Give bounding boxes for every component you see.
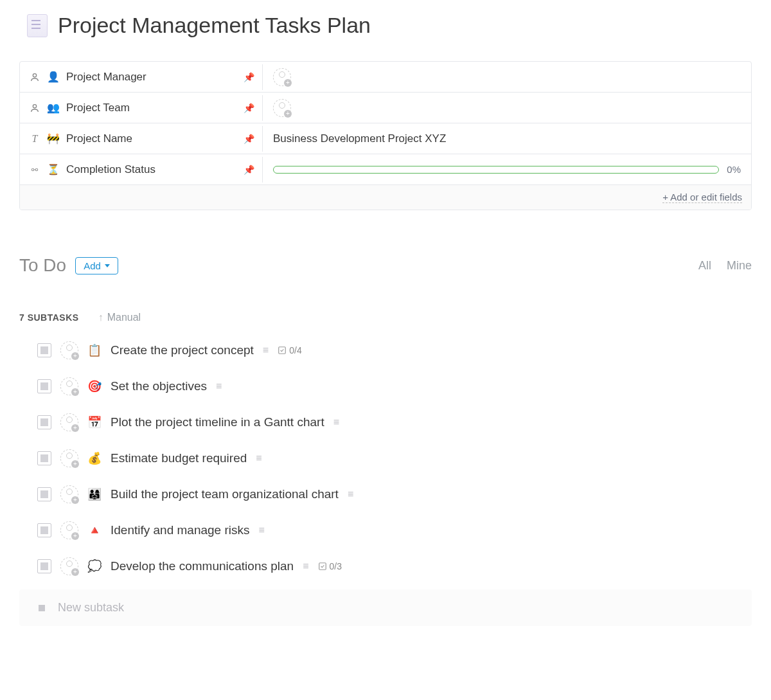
pin-icon[interactable]: 📌 — [244, 134, 254, 144]
field-row-project-name: T 🚧 Project Name 📌 Business Development … — [20, 123, 751, 154]
assignee-add-icon[interactable] — [60, 377, 78, 395]
checkbox-inner — [40, 346, 48, 354]
field-value-project-team[interactable] — [263, 94, 751, 122]
description-icon[interactable]: ≡ — [263, 345, 269, 356]
field-label: Project Team — [66, 102, 130, 114]
add-button[interactable]: Add — [75, 257, 118, 274]
new-subtask-row[interactable]: New subtask — [19, 589, 752, 626]
field-label-area[interactable]: 👥 Project Team 📌 — [20, 95, 263, 121]
task-row[interactable]: 🎯Set the objectives≡ — [37, 377, 752, 395]
progress-wrap: 0% — [273, 164, 741, 175]
arrow-up-icon: ↑ — [98, 312, 103, 323]
checkbox-inner — [40, 418, 48, 426]
people-emoji-icon: 👥 — [47, 102, 60, 114]
person-emoji-icon: 👤 — [47, 71, 60, 83]
construction-emoji-icon: 🚧 — [47, 132, 60, 145]
project-name-value: Business Development Project XYZ — [273, 132, 446, 145]
subtasks-count: 7 SUBTASKS — [19, 312, 79, 323]
pin-icon[interactable]: 📌 — [244, 165, 254, 175]
hourglass-emoji-icon: ⏳ — [47, 163, 60, 175]
task-row[interactable]: 👨‍👩‍👧Build the project team organization… — [37, 485, 752, 503]
add-person-icon[interactable] — [273, 68, 291, 86]
task-checkbox[interactable] — [37, 415, 51, 429]
task-row[interactable]: 💭Develop the communications plan≡0/3 — [37, 557, 752, 575]
assignee-add-icon[interactable] — [60, 341, 78, 359]
page-header: Project Management Tasks Plan — [19, 13, 752, 38]
task-title[interactable]: Plot the project timeline in a Gantt cha… — [111, 415, 324, 429]
field-value-completion-status: 0% — [263, 159, 751, 180]
checkbox-inner — [40, 562, 48, 570]
task-row[interactable]: 📋Create the project concept≡0/4 — [37, 341, 752, 359]
pin-icon[interactable]: 📌 — [244, 103, 254, 113]
svg-rect-5 — [319, 563, 326, 570]
task-emoji-icon: 📅 — [87, 415, 102, 429]
add-fields-row: + Add or edit fields — [20, 185, 751, 210]
text-type-icon: T — [29, 133, 40, 145]
task-checkbox[interactable] — [37, 451, 51, 465]
section-header: To Do Add All Mine — [19, 255, 752, 276]
task-row[interactable]: 📅Plot the project timeline in a Gantt ch… — [37, 413, 752, 431]
field-label: Project Name — [66, 132, 132, 145]
task-title[interactable]: Create the project concept — [111, 343, 254, 357]
progress-bar — [273, 166, 719, 174]
field-label-area[interactable]: T 🚧 Project Name 📌 — [20, 126, 263, 152]
assignee-add-icon[interactable] — [60, 485, 78, 503]
new-subtask-box-icon — [39, 605, 45, 611]
section-title: To Do — [19, 255, 66, 276]
task-checkbox[interactable] — [37, 523, 51, 537]
checkbox-inner — [40, 490, 48, 498]
task-title[interactable]: Set the objectives — [111, 379, 207, 393]
subtask-count[interactable]: 0/3 — [318, 561, 342, 571]
task-list: 📋Create the project concept≡0/4🎯Set the … — [19, 341, 752, 575]
task-checkbox[interactable] — [37, 343, 51, 357]
add-person-icon[interactable] — [273, 99, 291, 117]
new-subtask-placeholder: New subtask — [58, 601, 124, 615]
description-icon[interactable]: ≡ — [256, 453, 261, 464]
task-checkbox[interactable] — [37, 379, 51, 393]
task-title[interactable]: Identify and manage risks — [111, 523, 250, 537]
field-label-area[interactable]: 👤 Project Manager 📌 — [20, 64, 263, 90]
task-checkbox[interactable] — [37, 487, 51, 501]
task-title[interactable]: Build the project team organizational ch… — [111, 487, 339, 501]
field-row-completion-status: ⏳ Completion Status 📌 0% — [20, 154, 751, 185]
task-row[interactable]: 💰Estimate budget required≡ — [37, 449, 752, 467]
assignee-add-icon[interactable] — [60, 521, 78, 539]
field-value-project-manager[interactable] — [263, 63, 751, 91]
sort-mode-label: Manual — [107, 312, 141, 323]
task-checkbox[interactable] — [37, 559, 51, 573]
description-icon[interactable]: ≡ — [216, 381, 222, 392]
checkbox-inner — [40, 526, 48, 534]
task-title[interactable]: Estimate budget required — [111, 451, 247, 465]
formula-type-icon — [29, 164, 40, 175]
checkbox-inner — [40, 454, 48, 462]
assignee-add-icon[interactable] — [60, 413, 78, 431]
caret-down-icon — [105, 264, 110, 267]
assignee-add-icon[interactable] — [60, 557, 78, 575]
task-title[interactable]: Develop the communications plan — [111, 559, 294, 573]
filter-all[interactable]: All — [698, 259, 711, 273]
progress-percent: 0% — [727, 164, 741, 175]
svg-point-0 — [33, 73, 36, 76]
description-icon[interactable]: ≡ — [348, 489, 353, 500]
description-icon[interactable]: ≡ — [303, 561, 308, 572]
pin-icon[interactable]: 📌 — [244, 72, 254, 82]
checkbox-inner — [40, 382, 48, 390]
task-emoji-icon: 👨‍👩‍👧 — [87, 487, 102, 501]
svg-point-3 — [35, 168, 38, 171]
field-label-area[interactable]: ⏳ Completion Status 📌 — [20, 157, 263, 183]
task-emoji-icon: 💰 — [87, 451, 102, 465]
svg-point-1 — [33, 104, 36, 107]
add-edit-fields-link[interactable]: + Add or edit fields — [662, 192, 742, 203]
task-row[interactable]: 🔺Identify and manage risks≡ — [37, 521, 752, 539]
subtask-count[interactable]: 0/4 — [278, 345, 301, 355]
description-icon[interactable]: ≡ — [333, 417, 339, 428]
description-icon[interactable]: ≡ — [259, 525, 265, 536]
assignee-add-icon[interactable] — [60, 449, 78, 467]
sort-mode[interactable]: ↑ Manual — [98, 312, 141, 323]
list-meta: 7 SUBTASKS ↑ Manual — [19, 312, 752, 323]
task-emoji-icon: 📋 — [87, 343, 102, 357]
filter-mine[interactable]: Mine — [727, 259, 752, 273]
field-value-project-name[interactable]: Business Development Project XYZ — [263, 127, 751, 150]
section-left: To Do Add — [19, 255, 118, 276]
svg-point-2 — [31, 168, 34, 171]
